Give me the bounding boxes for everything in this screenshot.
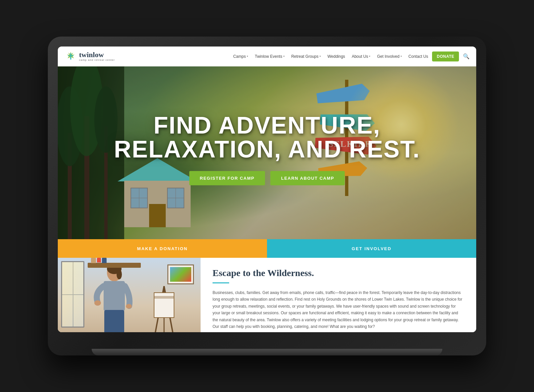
laptop-frame: twinlow camp and retreat center Camps ▾ … [48, 37, 486, 355]
book1 [91, 258, 96, 263]
learn-button[interactable]: LEARN ABOUT CAMP [270, 171, 345, 185]
hero-section: SELKIRK FIND ADVENTURE, RELAXATION, AND … [58, 66, 476, 239]
content-text-area: Escape to the Wilderness. Businesses, cl… [201, 258, 476, 332]
chevron-down-icon: ▾ [369, 55, 370, 58]
donation-action[interactable]: MAKE A DONATION [58, 239, 267, 258]
laptop-screen: twinlow camp and retreat center Camps ▾ … [58, 47, 476, 332]
nav-item-events[interactable]: Twinlow Events ▾ [252, 53, 287, 60]
svg-rect-28 [154, 296, 174, 299]
register-button[interactable]: REGISTER FOR CAMP [189, 171, 265, 185]
search-icon[interactable]: 🔍 [463, 53, 470, 59]
laptop-base [92, 349, 442, 355]
hero-title: FIND ADVENTURE, RELAXATION, AND REST. [79, 113, 455, 161]
chevron-down-icon: ▾ [283, 55, 285, 58]
person-figure [91, 263, 137, 332]
nav-item-camps[interactable]: Camps ▾ [230, 53, 251, 60]
hero-buttons: REGISTER FOR CAMP LEARN ABOUT CAMP [79, 171, 455, 185]
nav-item-about[interactable]: About Us ▾ [349, 53, 373, 60]
svg-point-34 [126, 304, 132, 309]
donate-button[interactable]: DONATE [432, 51, 459, 61]
logo-tagline: camp and retreat center [79, 58, 115, 61]
logo-name: twinlow [79, 51, 115, 58]
nav-item-retreat-groups[interactable]: Retreat Groups ▾ [289, 53, 323, 60]
logo[interactable]: twinlow camp and retreat center [64, 50, 115, 63]
content-title: Escape to the Wilderness. [213, 268, 464, 278]
svg-rect-32 [104, 281, 125, 311]
content-section: Escape to the Wilderness. Businesses, cl… [58, 258, 476, 332]
svg-point-33 [94, 300, 101, 306]
painter-scene [58, 258, 201, 332]
shelf [88, 263, 141, 268]
logo-icon [64, 50, 77, 63]
nav-item-contact[interactable]: Contact Us [406, 53, 431, 60]
logo-text: twinlow camp and retreat center [79, 51, 115, 61]
content-divider [213, 282, 229, 283]
svg-point-31 [117, 269, 122, 279]
nav-links: Camps ▾ Twinlow Events ▾ Retreat Groups … [230, 51, 470, 61]
chevron-down-icon: ▾ [400, 55, 402, 58]
window [61, 261, 84, 328]
person-svg [91, 263, 137, 332]
wall-art [167, 264, 194, 284]
easel [147, 286, 181, 332]
svg-rect-35 [104, 310, 124, 332]
action-strip: MAKE A DONATION GET INVOLVED [58, 239, 476, 258]
chevron-down-icon: ▾ [247, 55, 248, 58]
book2 [97, 258, 101, 262]
navbar: twinlow camp and retreat center Camps ▾ … [58, 47, 476, 66]
content-body: Businesses, clubs, families. Get away fr… [213, 289, 464, 330]
content-image [58, 258, 201, 332]
hero-content: FIND ADVENTURE, RELAXATION, AND REST. RE… [79, 113, 455, 185]
chevron-down-icon: ▾ [319, 55, 321, 58]
nav-item-weddings[interactable]: Weddings [325, 53, 348, 60]
book3 [102, 258, 107, 263]
svg-rect-1 [68, 55, 73, 56]
nav-item-get-involved[interactable]: Get Involved ▾ [374, 53, 404, 60]
involved-action[interactable]: GET INVOLVED [267, 239, 476, 258]
easel-svg [147, 286, 181, 332]
svg-rect-0 [70, 53, 71, 59]
